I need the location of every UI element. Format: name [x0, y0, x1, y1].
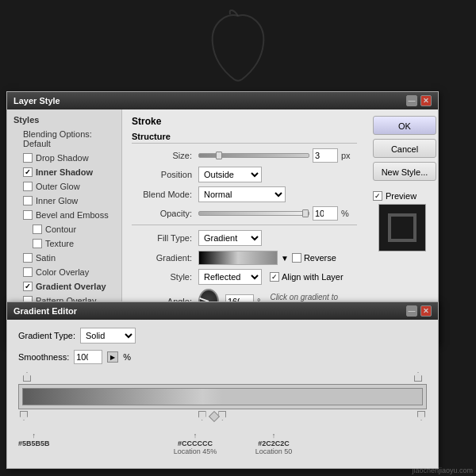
opacity-input[interactable]	[313, 206, 338, 221]
gradient-bar[interactable]	[22, 388, 423, 405]
sidebar-item-drop-shadow[interactable]: Drop Shadow	[7, 151, 121, 165]
satin-label: Satin	[36, 253, 56, 263]
opacity-label: Opacity:	[132, 209, 195, 218]
satin-checkbox[interactable]	[23, 253, 33, 263]
reverse-check: Reverse	[292, 253, 336, 263]
sidebar-item-color-overlay[interactable]: Color Overlay	[7, 265, 121, 279]
stop-label-2: ↑ #CCCCCC Location 45%	[174, 432, 217, 455]
size-unit: px	[341, 151, 351, 160]
gradient-overlay-label: Gradient Overlay	[36, 282, 106, 291]
stop-arrow-1: ↑	[33, 432, 36, 440]
gradient-label: Gradient:	[132, 253, 195, 263]
ok-button[interactable]: OK	[373, 116, 436, 135]
titlebar-buttons: — ✕	[406, 95, 432, 106]
preview-checkbox-row: Preview	[373, 191, 432, 201]
size-slider[interactable]	[198, 153, 309, 158]
inner-shadow-checkbox[interactable]	[23, 167, 33, 177]
smoothness-label: Smoothness:	[18, 352, 69, 362]
gradient-editor-minimize[interactable]: —	[406, 305, 417, 317]
gradient-preview[interactable]	[198, 251, 278, 265]
cancel-button[interactable]: Cancel	[373, 139, 436, 158]
align-layer-label: Align with Layer	[282, 272, 344, 282]
opacity-row: Opacity: %	[132, 206, 357, 221]
new-style-button[interactable]: New Style...	[373, 162, 436, 181]
bevel-emboss-checkbox[interactable]	[23, 210, 33, 220]
gradient-type-label: Gradient Type:	[18, 331, 75, 340]
opacity-slider-thumb[interactable]	[302, 209, 309, 217]
stop-location-2: Location 45%	[174, 447, 217, 455]
apple-logo	[190, 8, 286, 95]
gradient-editor-titlebar-buttons: — ✕	[406, 305, 432, 317]
preview-checkbox[interactable]	[373, 191, 382, 201]
size-slider-thumb[interactable]	[216, 152, 222, 159]
smoothness-input[interactable]	[74, 350, 102, 364]
color-stops-container	[18, 411, 427, 427]
outer-glow-checkbox[interactable]	[23, 182, 33, 191]
smoothness-row: Smoothness: ▶ %	[18, 350, 427, 364]
opacity-stop-left[interactable]	[23, 372, 31, 382]
color-stop-2[interactable]	[198, 411, 206, 420]
stop-color-3: #2C2C2C	[258, 440, 290, 447]
background-area	[0, 0, 476, 103]
structure-subtitle: Structure	[132, 132, 357, 144]
outer-glow-label: Outer Glow	[36, 182, 80, 191]
sidebar-item-satin[interactable]: Satin	[7, 251, 121, 265]
color-stop-4[interactable]	[417, 411, 425, 420]
color-stop-1[interactable]	[20, 411, 28, 420]
contour-label: Contour	[45, 225, 76, 234]
position-select[interactable]: Outside Inside Center	[198, 167, 262, 182]
gradient-bar-container	[18, 372, 427, 427]
reverse-checkbox[interactable]	[292, 253, 301, 263]
sidebar-item-texture[interactable]: Texture	[7, 236, 121, 251]
sidebar-item-inner-glow[interactable]: Inner Glow	[7, 194, 121, 208]
watermark: jiaochenjiaoyu.com	[412, 466, 473, 474]
size-row: Size: px	[132, 148, 357, 163]
position-label: Position	[132, 170, 195, 179]
smoothness-arrow[interactable]: ▶	[107, 351, 118, 363]
blending-label: Blending Options: Default	[23, 129, 115, 148]
drop-shadow-label: Drop Shadow	[36, 153, 89, 163]
gradient-type-row: Gradient Type: Solid Noise	[18, 328, 427, 344]
gradient-type-select[interactable]: Solid Noise	[80, 328, 136, 344]
drop-shadow-checkbox[interactable]	[23, 153, 33, 163]
style-select[interactable]: Reflected Linear Radial Angle Diamond	[198, 269, 262, 285]
opacity-stop-right[interactable]	[414, 372, 422, 382]
close-button[interactable]: ✕	[420, 95, 432, 106]
blend-mode-select[interactable]: Normal Multiply Screen	[198, 186, 286, 202]
stop-color-2: #CCCCCC	[178, 440, 213, 447]
sidebar-item-inner-shadow[interactable]: Inner Shadow	[7, 165, 121, 179]
opacity-unit: %	[341, 209, 349, 218]
texture-checkbox[interactable]	[33, 239, 42, 248]
align-layer-checkbox[interactable]	[270, 272, 279, 282]
midpoint-diamond-shape[interactable]	[209, 411, 220, 422]
sidebar-item-bevel-emboss[interactable]: Bevel and Emboss	[7, 208, 121, 222]
gradient-dropdown-arrow[interactable]: ▼	[281, 254, 289, 263]
dialog-titlebar: Layer Style — ✕	[7, 92, 438, 109]
stroke-section-title: Stroke	[132, 116, 357, 127]
sidebar-item-outer-glow[interactable]: Outer Glow	[7, 179, 121, 194]
stop-location-3: Location 50	[255, 447, 293, 455]
midpoint-diamond[interactable]	[210, 413, 218, 420]
blend-mode-label: Blend Mode:	[132, 190, 195, 199]
position-row: Position Outside Inside Center	[132, 167, 357, 182]
gradient-overlay-checkbox[interactable]	[23, 282, 33, 291]
sidebar-item-blending[interactable]: Blending Options: Default	[7, 127, 121, 151]
fill-type-select[interactable]: Gradient Color Pattern	[198, 230, 262, 246]
opacity-slider[interactable]	[198, 211, 309, 216]
inner-glow-label: Inner Glow	[36, 196, 78, 205]
fill-type-row: Fill Type: Gradient Color Pattern	[132, 225, 357, 246]
size-input[interactable]	[313, 148, 338, 163]
contour-checkbox[interactable]	[33, 225, 42, 234]
sidebar-item-gradient-overlay[interactable]: Gradient Overlay	[7, 279, 121, 294]
stop-color-1: #5B5B5B	[18, 440, 50, 447]
stop-arrow-2: ↑	[194, 432, 198, 440]
sidebar-item-contour[interactable]: Contour	[7, 222, 121, 236]
style-row: Style: Reflected Linear Radial Angle Dia…	[132, 269, 357, 285]
gradient-editor-close[interactable]: ✕	[420, 305, 432, 317]
color-overlay-checkbox[interactable]	[23, 267, 33, 277]
fill-type-label: Fill Type:	[132, 233, 195, 243]
inner-glow-checkbox[interactable]	[23, 196, 33, 205]
style-label: Style:	[132, 272, 195, 282]
minimize-button[interactable]: —	[406, 95, 417, 106]
stop-label-3: ↑ #2C2C2C Location 50	[255, 432, 293, 455]
